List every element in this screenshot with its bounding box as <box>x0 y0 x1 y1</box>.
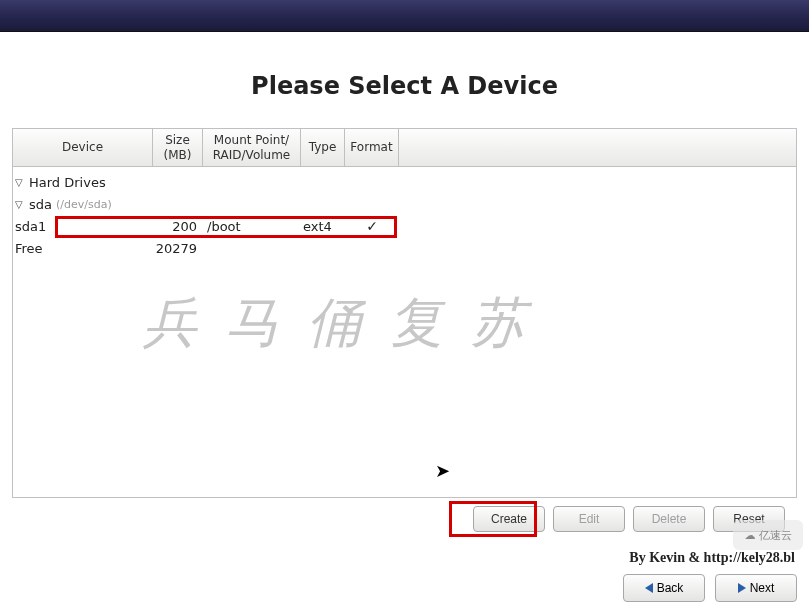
back-button[interactable]: Back <box>623 574 705 602</box>
table-row[interactable]: Free 20279 <box>13 237 796 259</box>
create-button[interactable]: Create <box>473 506 545 532</box>
root-label: Hard Drives <box>29 175 106 190</box>
partition-table-panel: Device Size (MB) Mount Point/ RAID/Volum… <box>12 128 797 498</box>
partition-mount: /boot <box>203 219 301 234</box>
action-button-row: Create Edit Delete Reset <box>12 498 797 540</box>
tree-row-hard-drives[interactable]: ▽ Hard Drives <box>13 171 796 193</box>
expander-icon[interactable]: ▽ <box>15 177 25 188</box>
main-content: Please Select A Device Device Size (MB) … <box>0 32 809 540</box>
check-icon: ✓ <box>366 218 378 234</box>
title-bar <box>0 0 809 32</box>
delete-button: Delete <box>633 506 705 532</box>
tree-row-disk[interactable]: ▽ sda (/dev/sda) <box>13 193 796 215</box>
page-title: Please Select A Device <box>12 72 797 100</box>
arrow-left-icon <box>645 583 653 593</box>
header-type[interactable]: Type <box>301 129 345 166</box>
partition-type: ext4 <box>301 219 345 234</box>
table-row[interactable]: sda1 200 /boot ext4 ✓ <box>13 215 796 237</box>
header-size[interactable]: Size (MB) <box>153 129 203 166</box>
header-mount[interactable]: Mount Point/ RAID/Volume <box>203 129 301 166</box>
partition-format: ✓ <box>345 218 399 234</box>
partition-size: 200 <box>153 219 203 234</box>
nav-button-row: Back Next <box>623 574 797 602</box>
table-header-row: Device Size (MB) Mount Point/ RAID/Volum… <box>13 129 796 167</box>
back-label: Back <box>657 581 684 595</box>
expander-icon[interactable]: ▽ <box>15 199 25 210</box>
partition-tree[interactable]: ▽ Hard Drives ▽ sda (/dev/sda) sda1 200 … <box>13 167 796 497</box>
partition-name: sda1 <box>13 219 153 234</box>
edit-button: Edit <box>553 506 625 532</box>
header-format[interactable]: Format <box>345 129 399 166</box>
disk-path: (/dev/sda) <box>56 198 112 211</box>
arrow-right-icon <box>738 583 746 593</box>
watermark-text: 兵马俑复苏 <box>143 287 553 360</box>
next-label: Next <box>750 581 775 595</box>
next-button[interactable]: Next <box>715 574 797 602</box>
disk-name: sda <box>29 197 52 212</box>
reset-button[interactable]: Reset <box>713 506 785 532</box>
partition-name: Free <box>13 241 153 256</box>
attribution-text: By Kevin & http://kely28.bl <box>629 550 795 566</box>
partition-size: 20279 <box>153 241 203 256</box>
header-device[interactable]: Device <box>13 129 153 166</box>
